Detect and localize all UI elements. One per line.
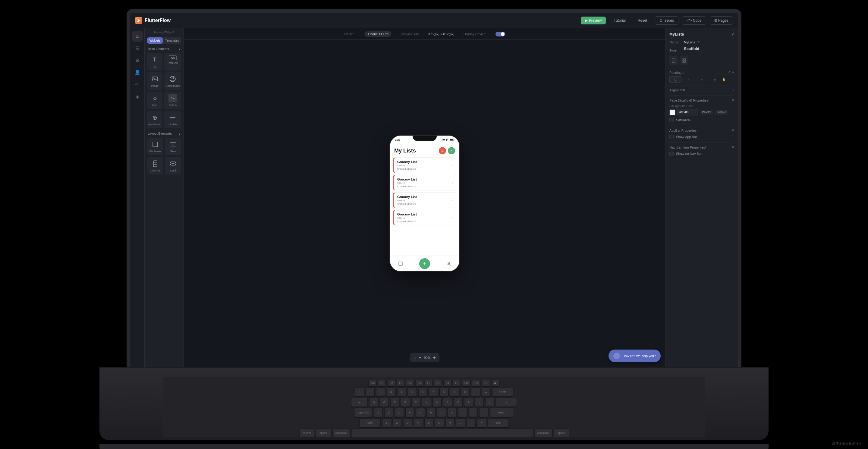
key-lshift[interactable]: shift bbox=[360, 418, 381, 427]
key-z[interactable]: Z bbox=[382, 418, 391, 427]
show-appbar-checkbox[interactable] bbox=[670, 135, 674, 139]
key-lbracket[interactable]: [ bbox=[475, 398, 484, 407]
key-backtick[interactable]: ` bbox=[355, 387, 364, 396]
padding-expand-icon[interactable]: ∨ bbox=[732, 70, 734, 74]
key-0[interactable]: 0 bbox=[461, 387, 470, 396]
appbar-expand[interactable]: ∨ bbox=[732, 128, 734, 132]
key-v[interactable]: V bbox=[414, 418, 423, 427]
key-rbracket[interactable]: ] bbox=[485, 398, 494, 407]
padding-undo-icon[interactable]: ↺ bbox=[728, 70, 731, 74]
key-power[interactable]: ⏏ bbox=[492, 380, 499, 386]
key-slash[interactable]: / bbox=[477, 418, 486, 427]
sidebar-icon-layers[interactable]: ☰ bbox=[132, 43, 143, 54]
padding-value-input[interactable] bbox=[670, 76, 681, 83]
phone-fab[interactable]: + bbox=[419, 258, 430, 269]
key-g[interactable]: G bbox=[416, 408, 425, 417]
grocery-item-1[interactable]: Grocery List 9 Items Created 11/20/20 › … bbox=[393, 157, 456, 173]
display-device-toggle[interactable] bbox=[495, 32, 505, 36]
key-opt[interactable]: option bbox=[316, 428, 331, 437]
key-q[interactable]: Q bbox=[369, 398, 378, 407]
pages-button[interactable]: ⊞ Pages bbox=[710, 16, 733, 25]
key-u[interactable]: U bbox=[433, 398, 441, 407]
issues-button[interactable]: ⊙ Issues bbox=[655, 16, 678, 25]
navbar-expand[interactable]: ∨ bbox=[732, 145, 734, 149]
grocery-item-2[interactable]: Grocery List 9 Items Created 11/20/20 › … bbox=[393, 175, 456, 190]
color-swatch[interactable] bbox=[670, 109, 675, 116]
zoom-plus[interactable]: + bbox=[433, 355, 436, 360]
sidebar-icon-integrations[interactable]: ◈ bbox=[132, 91, 143, 102]
reset-button[interactable]: Reset bbox=[633, 17, 651, 24]
scaffold-expand[interactable]: ∨ bbox=[732, 98, 734, 102]
tab-templates[interactable]: Templates bbox=[163, 37, 181, 44]
key-f6[interactable]: F6 bbox=[425, 380, 433, 386]
sidebar-icon-paint[interactable]: ✏ bbox=[132, 79, 143, 90]
key-f12[interactable]: F12 bbox=[482, 380, 490, 386]
key-equals[interactable]: = bbox=[482, 387, 491, 396]
safe-area-checkbox[interactable] bbox=[670, 118, 674, 122]
key-f9[interactable]: F9 bbox=[453, 380, 461, 386]
key-1[interactable]: 1 bbox=[366, 387, 375, 396]
key-f8[interactable]: F8 bbox=[443, 380, 451, 386]
key-h[interactable]: H bbox=[427, 408, 435, 417]
key-3[interactable]: 3 bbox=[387, 387, 396, 396]
key-t[interactable]: T bbox=[411, 398, 421, 407]
key-space[interactable] bbox=[352, 428, 533, 437]
widget-image[interactable]: Image bbox=[147, 72, 162, 90]
key-period[interactable]: . bbox=[467, 418, 475, 427]
widget-listtile[interactable]: ListTile bbox=[164, 111, 181, 128]
key-b[interactable]: B bbox=[424, 418, 433, 427]
ff-chat-bubble[interactable]: How can we help you? bbox=[609, 350, 661, 362]
palette-button[interactable]: Palette bbox=[700, 110, 713, 115]
key-backspace[interactable]: delete bbox=[492, 387, 513, 396]
key-f2[interactable]: F2 bbox=[387, 380, 395, 386]
key-5[interactable]: 5 bbox=[408, 387, 417, 396]
widget-circleimage[interactable]: CircleImage bbox=[164, 72, 181, 90]
phone-check-btn[interactable]: ✓ bbox=[448, 147, 455, 154]
widget-container[interactable]: Container bbox=[147, 138, 163, 155]
key-lcmd[interactable]: command bbox=[333, 428, 350, 437]
key-4[interactable]: 4 bbox=[397, 387, 406, 396]
alignment-expand[interactable]: › bbox=[733, 88, 734, 92]
device-chip[interactable]: iPhone 11 Pro bbox=[364, 31, 392, 37]
key-quote[interactable]: ' bbox=[479, 408, 488, 417]
key-f4[interactable]: F4 bbox=[406, 380, 414, 386]
key-y[interactable]: Y bbox=[422, 398, 431, 407]
sidebar-icon-settings[interactable]: ⚙ bbox=[132, 55, 143, 66]
key-f[interactable]: F bbox=[405, 408, 414, 417]
key-e[interactable]: E bbox=[390, 398, 399, 407]
widget-column[interactable]: Column bbox=[147, 157, 163, 174]
key-rcmd[interactable]: command bbox=[534, 428, 553, 437]
key-enter[interactable]: return bbox=[490, 408, 514, 417]
props-name-edit[interactable]: ✏ bbox=[698, 40, 700, 44]
widget-text[interactable]: T Text bbox=[147, 53, 162, 70]
key-ropt[interactable]: option bbox=[554, 428, 569, 437]
key-rshift[interactable]: shift bbox=[488, 418, 509, 427]
key-l[interactable]: L bbox=[458, 408, 467, 417]
key-ctrl[interactable]: control bbox=[299, 428, 314, 437]
widget-iconbutton[interactable]: ⊕ IconButton bbox=[147, 111, 162, 128]
key-6[interactable]: 6 bbox=[418, 387, 427, 396]
widget-button[interactable]: Btn Button bbox=[164, 92, 181, 109]
key-f11[interactable]: F11 bbox=[472, 380, 480, 386]
tab-widgets[interactable]: Widgets bbox=[147, 37, 163, 44]
key-f7[interactable]: F7 bbox=[434, 380, 442, 386]
phone-nav-lists[interactable] bbox=[398, 261, 403, 266]
widget-textfield[interactable]: Aa TextField bbox=[164, 53, 181, 70]
show-navbar-checkbox[interactable] bbox=[670, 152, 674, 156]
sidebar-icon-user[interactable]: 👤 bbox=[132, 67, 143, 78]
preview-button[interactable]: ▶ Preview bbox=[581, 17, 606, 24]
key-s[interactable]: S bbox=[384, 408, 393, 417]
layout-icon-grid[interactable] bbox=[680, 56, 688, 65]
phone-nav-profile[interactable] bbox=[446, 261, 451, 266]
key-2[interactable]: 2 bbox=[376, 387, 385, 396]
key-a[interactable]: A bbox=[374, 408, 383, 417]
code-button[interactable]: </> Code bbox=[682, 16, 706, 25]
key-7[interactable]: 7 bbox=[429, 387, 438, 396]
key-8[interactable]: 8 bbox=[439, 387, 448, 396]
widget-icon[interactable]: ⚙ Icon bbox=[147, 92, 162, 109]
key-f10[interactable]: F10 bbox=[462, 380, 470, 386]
phone-menu-btn[interactable]: ≡ bbox=[439, 147, 446, 154]
key-m[interactable]: M bbox=[445, 418, 455, 427]
widget-stack[interactable]: Stack bbox=[165, 157, 181, 174]
key-w[interactable]: W bbox=[380, 398, 389, 407]
